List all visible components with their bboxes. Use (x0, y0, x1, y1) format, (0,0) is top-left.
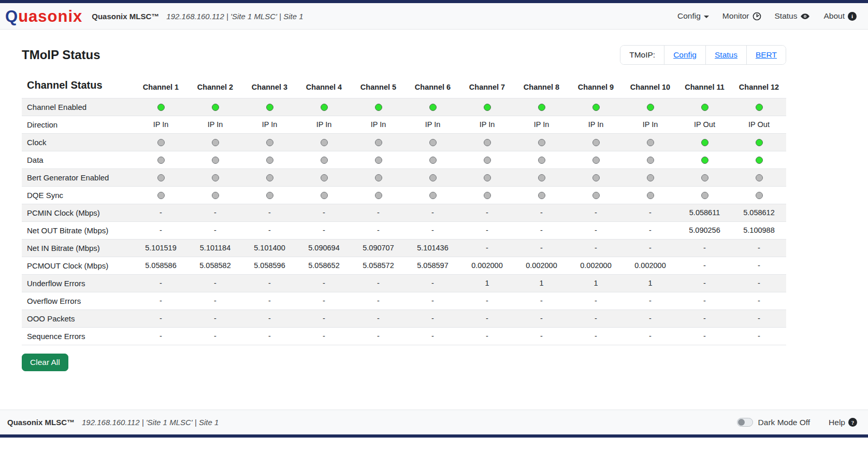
cell-value (569, 98, 623, 116)
tmoip-bert-link[interactable]: BERT (747, 46, 786, 64)
channel-header: Channel 2 (188, 72, 242, 98)
cell-value: - (569, 204, 623, 221)
nav-config[interactable]: Config (677, 11, 709, 21)
footer-app-name: Quasonix MLSC™ (7, 418, 75, 427)
cell-value (188, 133, 242, 151)
led-gray-icon (375, 174, 382, 181)
cell-value: - (732, 239, 786, 257)
cell-value (623, 133, 677, 151)
tmoip-status-link[interactable]: Status (706, 46, 747, 64)
cell-value: - (677, 257, 732, 274)
cell-value: - (514, 292, 569, 310)
nav-monitor[interactable]: Monitor (722, 11, 761, 21)
cell-value (188, 186, 242, 204)
cell-value (134, 133, 188, 151)
question-circle-icon: ? (848, 418, 857, 427)
cell-value (134, 151, 188, 168)
table-row: Data (22, 151, 786, 168)
cell-value (732, 168, 786, 186)
cell-value: - (188, 274, 242, 292)
led-gray-icon (538, 139, 545, 146)
cell-value: - (351, 274, 406, 292)
led-gray-icon (375, 157, 382, 164)
cell-value: 5.101400 (242, 239, 297, 257)
cell-value: - (188, 204, 242, 221)
cell-value (297, 98, 351, 116)
table-row: Net IN Bitrate (Mbps)5.1015195.1011845.1… (22, 239, 786, 257)
cell-value: - (134, 327, 188, 345)
cell-value: - (677, 327, 732, 345)
cell-value: - (569, 327, 623, 345)
cell-value (460, 151, 514, 168)
row-label: OOO Packets (22, 310, 134, 327)
footer-bar: Quasonix MLSC™ 192.168.160.112 | 'Site 1… (0, 410, 868, 434)
row-label: Net OUT Bitrate (Mbps) (22, 221, 134, 239)
info-circle-icon: i (848, 12, 857, 21)
nav-status[interactable]: Status (775, 11, 811, 21)
cell-value (460, 168, 514, 186)
row-label: Underflow Errors (22, 274, 134, 292)
logo-q: Q (5, 8, 18, 24)
cell-value: - (406, 204, 460, 221)
cell-value: 1 (514, 274, 569, 292)
cell-value (297, 168, 351, 186)
cell-value: 5.090707 (351, 239, 406, 257)
tmoip-config-link[interactable]: Config (664, 46, 706, 64)
cell-value: 5.058597 (406, 257, 460, 274)
dark-mode-toggle[interactable] (737, 418, 753, 427)
cell-value: - (677, 310, 732, 327)
row-label: PCMOUT Clock (Mbps) (22, 257, 134, 274)
led-gray-icon (321, 139, 328, 146)
quasonix-logo[interactable]: Quasonix (5, 8, 82, 24)
table-row: OOO Packets------------ (22, 310, 786, 327)
cell-value: - (134, 274, 188, 292)
cell-value (242, 133, 297, 151)
cell-value: - (677, 274, 732, 292)
cell-value: 5.090256 (677, 221, 732, 239)
channel-status-table: Channel Status Channel 1Channel 2Channel… (22, 72, 786, 345)
cell-value (514, 168, 569, 186)
led-green-icon (701, 157, 708, 164)
cell-value (351, 98, 406, 116)
led-gray-icon (701, 192, 708, 199)
cell-value (134, 98, 188, 116)
cell-value (188, 98, 242, 116)
led-gray-icon (756, 174, 763, 181)
cell-value: - (351, 310, 406, 327)
led-gray-icon (756, 192, 763, 199)
cell-value: IP In (623, 116, 677, 133)
dark-mode-label: Dark Mode Off (758, 418, 811, 427)
footer-device-info: 192.168.160.112 | 'Site 1 MLSC' | Site 1 (82, 418, 219, 427)
cell-value (677, 186, 732, 204)
help-label: Help (829, 418, 845, 427)
nav-about[interactable]: About i (823, 11, 857, 21)
cell-value (460, 98, 514, 116)
cell-value: - (569, 239, 623, 257)
row-label: PCMIN Clock (Mbps) (22, 204, 134, 221)
cell-value: IP In (351, 116, 406, 133)
cell-value (677, 98, 732, 116)
cell-value (297, 133, 351, 151)
table-header-row: Channel Status Channel 1Channel 2Channel… (22, 72, 786, 98)
cell-value (514, 151, 569, 168)
logo-rest: uasonix (18, 8, 82, 24)
bottom-accent-bar (0, 434, 868, 438)
cell-value: - (351, 327, 406, 345)
led-gray-icon (701, 174, 708, 181)
led-gray-icon (429, 157, 437, 164)
help-link[interactable]: Help ? (829, 418, 857, 427)
cell-value: IP In (242, 116, 297, 133)
led-green-icon (701, 139, 708, 146)
clear-all-button[interactable]: Clear All (22, 354, 68, 371)
table-row: DirectionIP InIP InIP InIP InIP InIP InI… (22, 116, 786, 133)
led-green-icon (212, 104, 219, 111)
cell-value: 5.100988 (732, 221, 786, 239)
cell-value: - (732, 292, 786, 310)
cell-value: - (460, 239, 514, 257)
channel-header: Channel 1 (134, 72, 188, 98)
table-row: Underflow Errors------1111-- (22, 274, 786, 292)
led-gray-icon (538, 157, 545, 164)
cell-value: - (569, 292, 623, 310)
cell-value (732, 186, 786, 204)
led-gray-icon (212, 174, 219, 181)
